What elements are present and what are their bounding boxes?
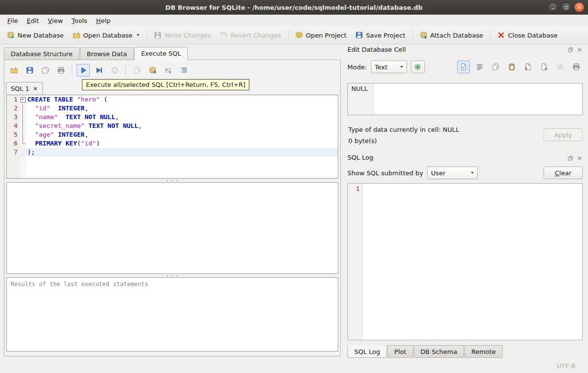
cell-editor[interactable]: NULL xyxy=(347,83,583,115)
attach-database-button[interactable]: Attach Database xyxy=(416,29,487,41)
bottom-tab-plot[interactable]: Plot xyxy=(387,345,413,358)
toolbar-separator xyxy=(147,29,147,41)
clear-button[interactable]: Clear xyxy=(544,166,583,179)
export-cell-icon[interactable] xyxy=(538,61,550,73)
results-message-area: Results of the last executed statements xyxy=(6,277,338,352)
menubar: FileEditViewToolsHelp xyxy=(0,15,588,26)
fold-marker-icon xyxy=(20,95,26,104)
editor-line: 3 "name" TEXT NOT NULL, xyxy=(7,113,338,122)
find-replace-button[interactable]: ab xyxy=(162,64,175,77)
sql-tab-label: SQL 1 xyxy=(11,85,29,92)
float-icon[interactable] xyxy=(567,46,573,53)
open-project-button[interactable]: Open Project xyxy=(291,29,350,41)
titlebar: DB Browser for SQLite - /home/user/code/… xyxy=(0,0,588,15)
write-changes-icon xyxy=(154,31,162,39)
bottom-tab-remote[interactable]: Remote xyxy=(465,345,503,358)
import-database-button[interactable] xyxy=(146,64,159,77)
copy-icon[interactable] xyxy=(489,61,502,73)
close-database-button-label: Close Database xyxy=(508,32,558,39)
fold-marker-icon xyxy=(20,122,26,130)
splitter-dots-icon xyxy=(166,275,179,277)
edit-cell-dock-icons xyxy=(567,46,583,53)
tab-execute-sql[interactable]: Execute SQL xyxy=(134,47,188,61)
print-cell-icon[interactable] xyxy=(570,61,583,73)
maximize-button[interactable] xyxy=(561,2,571,12)
line-number: 1 xyxy=(7,95,20,104)
format-sql-button[interactable] xyxy=(177,64,190,77)
float-icon[interactable] xyxy=(567,155,573,161)
paste-icon[interactable] xyxy=(506,61,518,73)
sql-editor[interactable]: 1CREATE TABLE "hero" (2 "id" INTEGER,3 "… xyxy=(6,95,338,179)
cell-type-info: Type of data currently in cell: NULL xyxy=(348,126,459,133)
toolbar-separator xyxy=(490,29,491,41)
set-null-icon xyxy=(554,61,567,73)
open-database-button-label: Open Database xyxy=(83,32,133,39)
line-number: 3 xyxy=(7,113,20,122)
stop-execution-button xyxy=(108,64,121,77)
save-sql-file-button[interactable] xyxy=(23,64,36,77)
export-sql-button xyxy=(130,64,143,77)
print-sql-button[interactable] xyxy=(54,64,67,77)
text-mode-icon[interactable] xyxy=(457,61,470,73)
fold-marker-icon xyxy=(20,130,26,139)
chevron-down-icon xyxy=(400,66,403,68)
close-button[interactable] xyxy=(574,2,584,12)
sql-log-area[interactable]: 1 xyxy=(347,183,583,340)
line-number-gutter xyxy=(7,157,20,178)
close-database-button[interactable]: Close Database xyxy=(493,29,562,41)
close-database-icon xyxy=(497,31,505,39)
main-tab-bar: Database StructureBrowse DataExecute SQL xyxy=(4,47,188,60)
editor-splitter[interactable] xyxy=(4,179,340,182)
menu-tools[interactable]: Tools xyxy=(67,16,92,26)
save-project-button[interactable]: Save Project xyxy=(351,29,409,41)
fold-margin xyxy=(20,157,26,178)
line-number: 6 xyxy=(7,139,20,148)
dropdown-arrow-icon[interactable] xyxy=(137,34,140,36)
import-cell-icon[interactable] xyxy=(522,61,534,73)
close-icon[interactable] xyxy=(576,46,583,53)
toolbar-separator xyxy=(413,29,413,41)
save-project-icon xyxy=(355,31,363,39)
new-database-button[interactable]: New Database xyxy=(3,29,68,41)
bottom-tab-sql-log[interactable]: SQL Log xyxy=(347,345,387,358)
results-placeholder: Results of the last executed statements xyxy=(11,281,148,288)
new-database-icon xyxy=(7,31,15,39)
menu-view[interactable]: View xyxy=(43,16,67,26)
submitter-select[interactable]: User xyxy=(427,166,478,179)
menu-file[interactable]: File xyxy=(3,16,22,26)
tooltip: Execute all/selected SQL [Ctrl+Return, F… xyxy=(82,79,249,90)
menu-edit[interactable]: Edit xyxy=(22,16,43,26)
open-sql-file-button[interactable] xyxy=(7,64,20,77)
bottom-tab-db-schema[interactable]: DB Schema xyxy=(414,345,464,358)
cell-value: NULL xyxy=(348,83,374,115)
line-number: 5 xyxy=(7,130,20,139)
tab-database-structure[interactable]: Database Structure xyxy=(4,47,80,60)
apply-button: Apply xyxy=(544,128,583,141)
word-wrap-icon[interactable] xyxy=(473,61,486,73)
log-line-number: 1 xyxy=(348,184,363,340)
sql-editor-tab[interactable]: SQL 1 xyxy=(6,82,43,95)
svg-text:b: b xyxy=(168,70,171,74)
mode-select[interactable]: Text xyxy=(371,61,407,73)
execute-all-button[interactable] xyxy=(77,64,90,77)
edit-cell-mode-row: Mode: Text xyxy=(347,60,583,74)
save-sql-file-as-button[interactable] xyxy=(39,64,52,77)
minimize-button[interactable] xyxy=(548,2,558,12)
main-toolbar: New DatabaseOpen DatabaseWrite ChangesRe… xyxy=(0,26,588,44)
code-text: "secret_name" TEXT NOT NULL, xyxy=(26,122,338,130)
revert-changes-icon xyxy=(220,31,227,39)
window-controls xyxy=(548,2,584,12)
close-icon[interactable] xyxy=(576,155,583,161)
fold-marker-icon xyxy=(20,113,26,122)
menu-help[interactable]: Help xyxy=(92,16,115,26)
tab-browse-data[interactable]: Browse Data xyxy=(80,47,134,60)
results-grid[interactable] xyxy=(6,182,338,274)
close-tab-icon[interactable] xyxy=(33,86,38,91)
revert-changes-button: Revert Changes xyxy=(216,29,284,41)
execute-current-line-button[interactable] xyxy=(92,64,105,77)
code-text: "id" INTEGER, xyxy=(26,104,338,113)
clear-button-label: Clear xyxy=(555,169,571,177)
results-splitter[interactable] xyxy=(4,274,340,277)
auto-format-button[interactable] xyxy=(411,61,425,73)
open-database-button[interactable]: Open Database xyxy=(69,29,144,41)
